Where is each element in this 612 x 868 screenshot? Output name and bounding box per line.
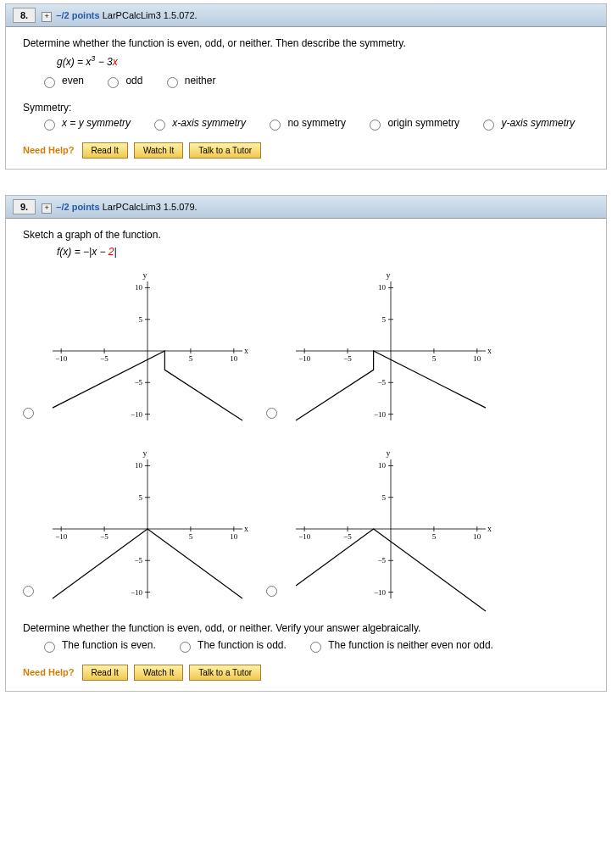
option-neither[interactable]: neither	[163, 75, 216, 86]
svg-text:x: x	[244, 524, 248, 533]
talk-tutor-button[interactable]: Talk to a Tutor	[189, 142, 261, 159]
question-content: Sketch a graph of the function. f(x) = −…	[6, 219, 606, 691]
svg-text:−5: −5	[343, 532, 352, 541]
read-it-button[interactable]: Read It	[82, 142, 128, 159]
svg-text:10: 10	[135, 461, 143, 470]
option-even[interactable]: The function is even.	[40, 639, 156, 651]
graph-option-0[interactable]: −10−5510−10−5510xy	[23, 266, 258, 436]
svg-text:10: 10	[230, 354, 238, 363]
option-neither[interactable]: The function is neither even nor odd.	[306, 639, 493, 651]
question-content: Determine whether the function is even, …	[6, 27, 606, 169]
option-no-symmetry[interactable]: no symmetry	[265, 117, 346, 129]
expand-icon[interactable]: +	[42, 203, 52, 214]
prompt-text: Determine whether the function is even, …	[23, 37, 589, 49]
svg-text:−10: −10	[374, 588, 387, 597]
question-number: 9.	[13, 199, 36, 214]
option-odd[interactable]: The function is odd.	[175, 639, 287, 651]
radio-input[interactable]	[167, 77, 178, 88]
radio-input[interactable]	[370, 120, 381, 131]
svg-text:5: 5	[189, 532, 193, 541]
watch-it-button[interactable]: Watch It	[134, 142, 183, 159]
svg-text:10: 10	[473, 354, 481, 363]
question-header: 8. + –/2 points LarPCalcLim3 1.5.072.	[6, 4, 606, 27]
svg-text:10: 10	[473, 532, 481, 541]
svg-text:−10: −10	[55, 532, 68, 541]
option-yaxis-symmetry[interactable]: y-axis symmetry	[479, 117, 575, 129]
help-row: Need Help? Read It Watch It Talk to a Tu…	[23, 142, 589, 159]
svg-text:−10: −10	[131, 588, 143, 597]
radio-input[interactable]	[23, 408, 34, 419]
svg-text:−5: −5	[134, 378, 142, 387]
option-even[interactable]: even	[40, 75, 84, 86]
prompt-text: Sketch a graph of the function.	[23, 229, 589, 241]
radio-input[interactable]	[44, 642, 55, 653]
svg-text:10: 10	[230, 532, 238, 541]
svg-text:−10: −10	[374, 410, 387, 419]
radio-input[interactable]	[108, 77, 119, 88]
question-header: 9. + –/2 points LarPCalcLim3 1.5.079.	[6, 196, 606, 219]
option-xaxis-symmetry[interactable]: x-axis symmetry	[150, 117, 246, 129]
svg-text:x: x	[487, 346, 492, 355]
svg-text:5: 5	[139, 315, 143, 324]
svg-text:5: 5	[382, 493, 387, 502]
svg-text:−5: −5	[343, 354, 352, 363]
need-help-label: Need Help?	[23, 145, 75, 155]
graph-svg: −10−5510−10−5510xy	[281, 444, 501, 614]
radio-input[interactable]	[44, 77, 55, 88]
svg-text:x: x	[244, 346, 248, 355]
option-odd[interactable]: odd	[103, 75, 142, 86]
option-origin-symmetry[interactable]: origin symmetry	[365, 117, 459, 129]
radio-input[interactable]	[483, 120, 494, 131]
svg-text:−10: −10	[131, 410, 143, 419]
radio-input[interactable]	[180, 642, 191, 653]
question-ref: LarPCalcLim3 1.5.072.	[103, 10, 198, 20]
graph-svg: −10−5510−10−5510xy	[281, 266, 501, 436]
option-xy-symmetry[interactable]: x = y symmetry	[40, 117, 131, 129]
svg-text:y: y	[387, 270, 391, 280]
help-row: Need Help? Read It Watch It Talk to a Tu…	[23, 665, 589, 681]
svg-text:−5: −5	[134, 556, 142, 565]
svg-text:−5: −5	[100, 354, 108, 363]
points-label: –/2 points	[56, 202, 99, 212]
watch-it-button[interactable]: Watch It	[134, 665, 183, 681]
svg-text:5: 5	[189, 354, 193, 363]
svg-text:−10: −10	[55, 354, 68, 363]
graph-options: −10−5510−10−5510xy−10−5510−10−5510xy−10−…	[23, 266, 589, 614]
verify-prompt: Determine whether the function is even, …	[23, 622, 589, 634]
talk-tutor-button[interactable]: Talk to a Tutor	[189, 665, 261, 681]
need-help-label: Need Help?	[23, 667, 75, 677]
radio-input[interactable]	[44, 120, 55, 131]
graph-option-2[interactable]: −10−5510−10−5510xy	[23, 444, 258, 614]
symmetry-label: Symmetry:	[23, 102, 589, 114]
svg-text:−10: −10	[298, 354, 311, 363]
question-ref: LarPCalcLim3 1.5.079.	[103, 202, 198, 212]
graph-option-3[interactable]: −10−5510−10−5510xy	[266, 444, 501, 614]
radio-input[interactable]	[154, 120, 165, 131]
svg-text:x: x	[487, 524, 492, 533]
graph-option-1[interactable]: −10−5510−10−5510xy	[266, 266, 501, 436]
expand-icon[interactable]: +	[42, 12, 52, 22]
radio-input[interactable]	[266, 586, 277, 597]
svg-text:5: 5	[139, 493, 143, 502]
svg-text:10: 10	[378, 461, 387, 470]
radio-input[interactable]	[266, 408, 277, 419]
svg-text:y: y	[143, 448, 147, 458]
svg-text:−5: −5	[377, 556, 386, 565]
svg-text:y: y	[143, 270, 147, 280]
svg-text:10: 10	[135, 283, 143, 292]
svg-text:10: 10	[378, 283, 387, 292]
svg-text:−5: −5	[377, 378, 386, 387]
graph-svg: −10−5510−10−5510xy	[37, 444, 258, 614]
svg-text:5: 5	[432, 354, 437, 363]
radio-input[interactable]	[23, 586, 34, 597]
radio-input[interactable]	[310, 642, 321, 653]
svg-text:5: 5	[432, 532, 437, 541]
formula: g(x) = x3 − 3x	[57, 54, 589, 68]
radio-input[interactable]	[270, 120, 281, 131]
svg-text:−10: −10	[298, 532, 311, 541]
question-number: 8.	[13, 8, 36, 23]
svg-text:5: 5	[382, 315, 387, 324]
question-8: 8. + –/2 points LarPCalcLim3 1.5.072. De…	[5, 3, 607, 170]
read-it-button[interactable]: Read It	[82, 665, 128, 681]
question-9: 9. + –/2 points LarPCalcLim3 1.5.079. Sk…	[5, 195, 607, 692]
